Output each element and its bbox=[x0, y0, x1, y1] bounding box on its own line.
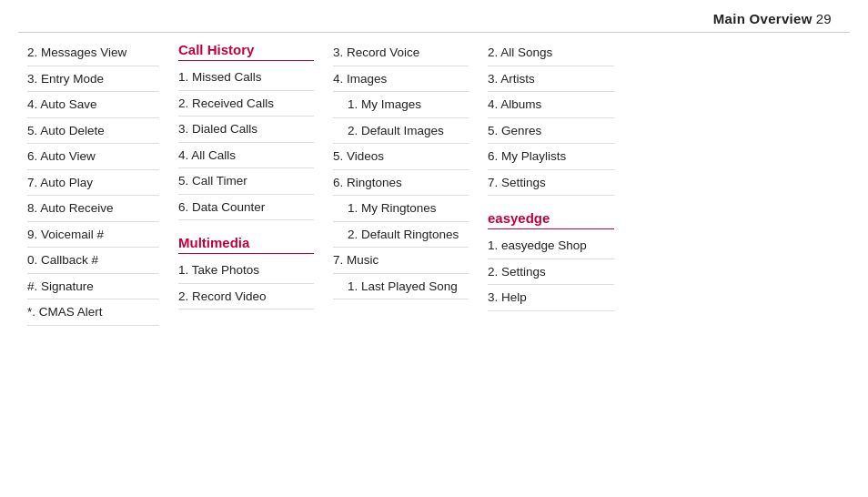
list-item: 2. Record Video bbox=[178, 284, 314, 310]
list-item: 9. Voicemail # bbox=[27, 222, 159, 248]
col3-list: 3. Record Voice4. Images1. My Images2. D… bbox=[333, 40, 469, 299]
list-item: 4. All Calls bbox=[178, 143, 314, 169]
list-item: 2. All Songs bbox=[488, 40, 614, 66]
list-item: *. CMAS Alert bbox=[27, 299, 159, 326]
list-item: 5. Auto Delete bbox=[27, 118, 159, 145]
column-3: 3. Record Voice4. Images1. My Images2. D… bbox=[323, 40, 478, 326]
list-item: 2. Settings bbox=[488, 259, 614, 286]
list-item: 7. Settings bbox=[488, 170, 614, 197]
title-text: Main Overview bbox=[713, 11, 812, 26]
call-history-title: Call History bbox=[178, 42, 314, 61]
list-item: 7. Auto Play bbox=[27, 170, 159, 197]
column-2: Call History 1. Missed Calls2. Received … bbox=[168, 40, 323, 326]
list-item: 5. Genres bbox=[488, 118, 614, 145]
list-item: 6. Data Counter bbox=[178, 195, 314, 221]
column-4: 2. All Songs3. Artists4. Albums5. Genres… bbox=[478, 40, 623, 326]
list-item: 4. Images bbox=[333, 66, 469, 93]
list-item: 1. My Images bbox=[333, 92, 469, 118]
list-item: 4. Albums bbox=[488, 92, 614, 118]
list-item: 3. Entry Mode bbox=[27, 66, 159, 93]
list-item: 6. My Playlists bbox=[488, 144, 614, 170]
list-item: 6. Auto View bbox=[27, 144, 159, 170]
list-item: 2. Received Calls bbox=[178, 91, 314, 117]
list-item: 3. Record Voice bbox=[333, 40, 469, 66]
list-item: 1. My Ringtones bbox=[333, 196, 469, 222]
list-item: 7. Music bbox=[333, 248, 469, 274]
column-1: 2. Messages View3. Entry Mode4. Auto Sav… bbox=[27, 40, 168, 326]
header: Main Overview29 bbox=[18, 0, 850, 33]
list-item: 1. Take Photos bbox=[178, 258, 314, 284]
list-item: 2. Messages View bbox=[27, 40, 159, 66]
list-item: #. Signature bbox=[27, 274, 159, 300]
list-item: 6. Ringtones bbox=[333, 170, 469, 197]
list-item: 5. Videos bbox=[333, 144, 469, 170]
multimedia-title: Multimedia bbox=[178, 235, 314, 254]
list-item: 3. Help bbox=[488, 285, 614, 311]
list-item: 5. Call Timer bbox=[178, 168, 314, 195]
list-item: 3. Dialed Calls bbox=[178, 117, 314, 143]
list-item: 3. Artists bbox=[488, 66, 614, 93]
call-history-list: 1. Missed Calls2. Received Calls3. Diale… bbox=[178, 65, 314, 220]
content-columns: 2. Messages View3. Entry Mode4. Auto Sav… bbox=[18, 40, 850, 326]
col4-top-list: 2. All Songs3. Artists4. Albums5. Genres… bbox=[488, 40, 614, 196]
easyedge-title: easyedge bbox=[488, 210, 614, 229]
col1-list: 2. Messages View3. Entry Mode4. Auto Sav… bbox=[27, 40, 159, 326]
page-title: Main Overview29 bbox=[713, 11, 832, 26]
list-item: 8. Auto Receive bbox=[27, 196, 159, 222]
list-item: 4. Auto Save bbox=[27, 92, 159, 118]
easyedge-list: 1. easyedge Shop2. Settings3. Help bbox=[488, 233, 614, 311]
list-item: 2. Default Images bbox=[333, 118, 469, 145]
page-number: 29 bbox=[816, 11, 832, 26]
page: Main Overview29 2. Messages View3. Entry… bbox=[0, 0, 868, 497]
list-item: 0. Callback # bbox=[27, 248, 159, 274]
list-item: 1. easyedge Shop bbox=[488, 233, 614, 259]
multimedia-list: 1. Take Photos2. Record Video bbox=[178, 258, 314, 309]
list-item: 1. Last Played Song bbox=[333, 274, 469, 300]
list-item: 2. Default Ringtones bbox=[333, 222, 469, 248]
list-item: 1. Missed Calls bbox=[178, 65, 314, 91]
